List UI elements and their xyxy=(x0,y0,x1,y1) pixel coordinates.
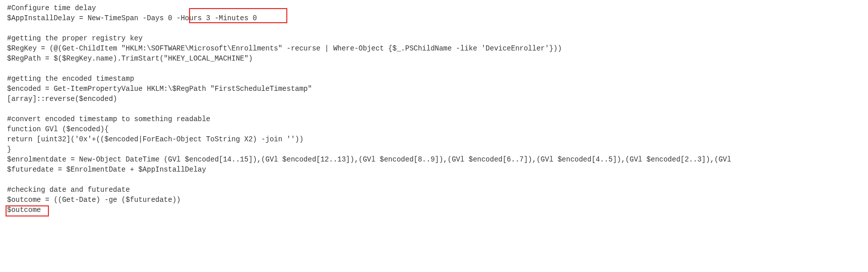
blank-line xyxy=(7,175,861,185)
code-comment-convert: #convert encoded timestamp to something … xyxy=(7,114,861,124)
code-regkey: $RegKey = (@(Get-ChildItem "HKLM:\SOFTWA… xyxy=(7,43,861,53)
code-comment-registry: #getting the proper registry key xyxy=(7,33,861,43)
code-encoded: $encoded = Get-ItemPropertyValue HKLM:\$… xyxy=(7,84,861,94)
code-fragment-highlight-params: -Hours 3 -Minutes 0 xyxy=(172,14,257,22)
blank-line xyxy=(7,104,861,114)
code-function-close: } xyxy=(7,144,861,154)
blank-line xyxy=(7,23,861,33)
code-function-open: function GVl ($encoded){ xyxy=(7,124,861,134)
code-enrolmentdate: $enrolmentdate = New-Object DateTime (GV… xyxy=(7,154,861,165)
code-comment-timestamp: #getting the encoded timestamp xyxy=(7,74,861,84)
blank-line xyxy=(7,64,861,74)
code-outcome-var: $outcome xyxy=(7,205,861,215)
code-comment-configure: #Configure time delay xyxy=(7,3,861,13)
code-outcome-assign: $outcome = ((Get-Date) -ge ($futuredate)… xyxy=(7,195,861,205)
code-regpath: $RegPath = $($RegKey.name).TrimStart("HK… xyxy=(7,53,861,64)
code-array-reverse: [array]::reverse($encoded) xyxy=(7,94,861,104)
code-futuredate: $futuredate = $EnrolmentDate + $AppInsta… xyxy=(7,165,861,175)
code-fragment-before-highlight: $AppInstallDelay = New-TimeSpan -Days 0 xyxy=(7,14,172,22)
code-comment-checking: #checking date and futuredate xyxy=(7,185,861,195)
code-return: return [uint32]('0x'+(($encoded|ForEach-… xyxy=(7,134,861,144)
code-app-install-delay: $AppInstallDelay = New-TimeSpan -Days 0 … xyxy=(7,13,861,23)
